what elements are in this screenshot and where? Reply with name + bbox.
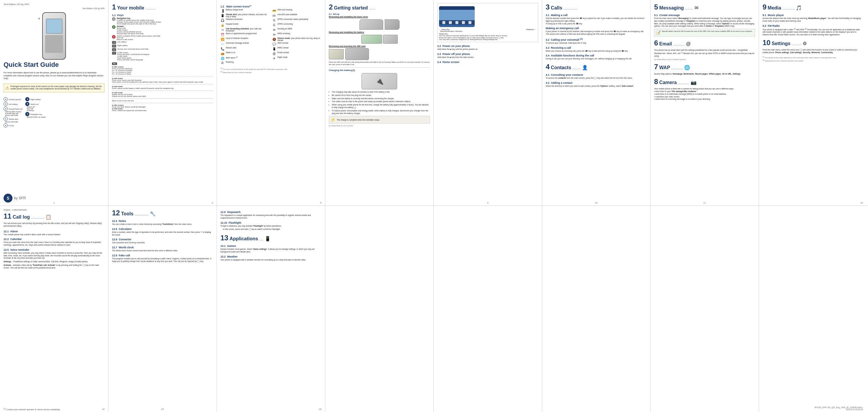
alarm-desc: Your mobile phone has a built-in alarm c… xyxy=(4,233,104,236)
dots-12: ................. xyxy=(134,213,149,216)
create-message-desc: From the main menu select 'Messaging' to… xyxy=(654,17,755,28)
email-footnote: (1) Depending on your network operator. xyxy=(654,59,755,60)
media-icon-2: 🎵 xyxy=(796,5,802,11)
icon-battery: ▐ Battery charge level xyxy=(220,9,270,13)
tools-panel: 12 Tools ................. 🔧 12.4 Notes … xyxy=(108,206,217,412)
callout-circle-2: ● xyxy=(4,102,8,106)
icon-radio: 📻 Radio is on xyxy=(220,52,270,56)
charging-item-6: To reduce power consumption and energy w… xyxy=(332,109,430,115)
weather-title: 13.2 Weather xyxy=(220,255,321,258)
sim-missing-icon: 💳 xyxy=(272,9,276,13)
gprs-status-label: GPRS connection status (Activated) xyxy=(277,18,308,20)
right-softkey-item: ▷ Right softkey xyxy=(112,44,213,47)
cover-top-label: Text Edition 153 by SFR xyxy=(4,3,104,6)
wap-icon-2: 🌐 xyxy=(684,65,690,70)
voicemail-key-icon: 1 xyxy=(112,48,116,51)
file-info-bottom: IP4129_SFR 153_QG_Eng_USA_00_120605.indd… xyxy=(814,406,863,411)
battery-icon: ▐ xyxy=(220,9,224,13)
silence-label: Silence mode: your phone does not ring, … xyxy=(277,37,321,41)
call-log-desc: You can access your call memory by press… xyxy=(4,222,104,227)
missed-icon: 📞 xyxy=(220,46,224,51)
receiving-desc: When you receive an incoming call, press… xyxy=(546,50,647,53)
fn-badge: Fn xyxy=(112,62,117,65)
page-number-10: 15 xyxy=(161,408,164,411)
page-number-3: 5 xyxy=(320,201,321,204)
section10-title: Settings xyxy=(772,41,790,46)
section8-header: 8 Camera .............. 📷 xyxy=(654,77,755,87)
answer-key-text: Send a callIn idle screen:Access call lo… xyxy=(117,27,144,34)
callout-answer: ●Answer/Send call Call log (Idle screen)… xyxy=(4,107,22,116)
dots-9: ............... xyxy=(782,7,795,10)
radio-title: 9.2 FM Radio xyxy=(763,24,863,27)
flashlight-desc: To light in darkness, you may activate '… xyxy=(220,225,321,227)
icon-vibrate: 📳 Vibrate alert: your phone vibrates, bu… xyxy=(220,13,270,18)
voicemail-title: 3.2 Calling your voicemail (1) xyxy=(546,37,647,41)
callout-circle-8: ● xyxy=(25,112,29,116)
wap-label: WAP alerts (2) xyxy=(226,56,238,59)
sim-phone-img xyxy=(345,48,369,60)
making-call-title: 3.1 Making a call xyxy=(546,14,647,17)
gprs-label: GPRS connecting xyxy=(277,23,293,25)
section4-title: Contacts xyxy=(551,65,571,70)
section12-title: Tools xyxy=(121,211,133,217)
callout-nav: ●Navigation key Menu/Confirm an option xyxy=(25,112,46,118)
end-key-icon: ✆ xyxy=(112,35,116,39)
settings-desc: From the main menu, select the menu icon… xyxy=(763,49,863,54)
fn-header: Fn xyxy=(112,62,213,65)
answer-key-desc: Answer: Send a callIn idle screen:Access… xyxy=(117,25,144,34)
keypad-icon: 🔒 xyxy=(220,23,224,27)
section7-header: 7 WAP .............. 🌐 xyxy=(654,63,755,72)
dots-8: .............. xyxy=(678,82,689,85)
right-softkey-desc: Right softkey xyxy=(117,44,128,46)
section3-title: Calls xyxy=(551,5,562,11)
home-screen-box: ← Status Bar Status/Notification indicat… xyxy=(437,3,538,42)
voicemail-key-item: 1 Access your voicemail (press and hold) xyxy=(112,48,213,51)
wallpaper-img xyxy=(439,10,475,20)
divider-fn-5 xyxy=(112,103,213,103)
sim-illustration xyxy=(329,48,430,60)
page-number-11: 16 xyxy=(319,408,321,411)
games-desc: Games includes some games. Select 'Game … xyxy=(220,248,321,253)
warning-box: ⚠ Prolonged exposure to music at full vo… xyxy=(4,84,104,92)
voice-reminder-title: 12.5 Voice reminder xyxy=(4,248,104,251)
section4-number: 4 xyxy=(546,63,550,71)
icon-mms-recv: ✉ MMS receiving xyxy=(272,32,321,36)
music-desc: Access this feature from the main menu b… xyxy=(763,17,863,23)
file-date: 2012-6-5 15:33:10 xyxy=(814,408,863,411)
camera-icon: 📷 xyxy=(691,80,696,85)
section10-header: 10 Settings ............ ⚙ xyxy=(763,39,863,47)
camera-desc: Your mobile phone is fitted with a camer… xyxy=(654,88,755,101)
flight-label: Flight mode xyxy=(277,56,287,58)
wap-icon: 🌐 xyxy=(220,56,224,60)
contacts-icon: 👤 xyxy=(582,65,588,70)
power-off-desc: Hold down the ■ key from the main screen… xyxy=(437,56,538,59)
media-footnotes: (1) The quality of the radio depends on … xyxy=(763,56,863,62)
create-message-title: 5.1 Create message xyxy=(654,14,755,17)
phone-illustration: 4 xyxy=(4,12,104,60)
section5-header: 5 Messaging .......... ✉ xyxy=(654,3,755,12)
fn-desc-2: In edit mode: Press once: Input a top-ha… xyxy=(112,77,213,83)
roaming-label: Roaming xyxy=(226,61,234,63)
games-title: 13.1 Games xyxy=(220,245,321,248)
section1-header: 1 Your mobile ............ xyxy=(112,3,213,12)
stopwatch-desc: The stopwatch is a simple application fo… xyxy=(220,214,321,220)
voicemail-key-desc: Access your voicemail (press and hold) xyxy=(117,48,148,50)
charging-item-5: When using your mobile phone for the fir… xyxy=(332,104,430,109)
sms-label: SMS unread xyxy=(277,42,288,44)
callout-4: 4 xyxy=(38,17,39,20)
media-footnote-1: (1) The quality of the radio depends on … xyxy=(763,56,863,59)
bottom-panel-8: IP4129_SFR 153_QG_Eng_USA_00_120605.indd… xyxy=(759,206,867,412)
calendar-title: 12.2 Calendar xyxy=(4,237,104,241)
fn-desc-5: Move cursor to the next line xyxy=(112,100,213,102)
forward-label: Call forwarding activated: your calls ar… xyxy=(226,28,270,32)
removing-back-title: Removing and installing the back cover xyxy=(329,16,430,18)
charging-item-4: The outlet must be near to the phone and… xyxy=(332,100,430,103)
getting-started-panel: 2 Getting started ........ 2.1 Set-up Re… xyxy=(325,0,434,205)
sms-note-icon: 📝 xyxy=(656,30,661,35)
warning-text: Prolonged exposure to music at full volu… xyxy=(10,85,102,90)
callout-vibrate: ●Vibrate alert (press and hold) xyxy=(4,117,22,123)
left-softkey-desc: Left softkey xyxy=(117,41,127,43)
section2-header: 2 Getting started ........ xyxy=(329,3,430,12)
section9-title: Media xyxy=(768,5,781,11)
icon-keypad: 🔒 Keypad locked xyxy=(220,23,270,27)
